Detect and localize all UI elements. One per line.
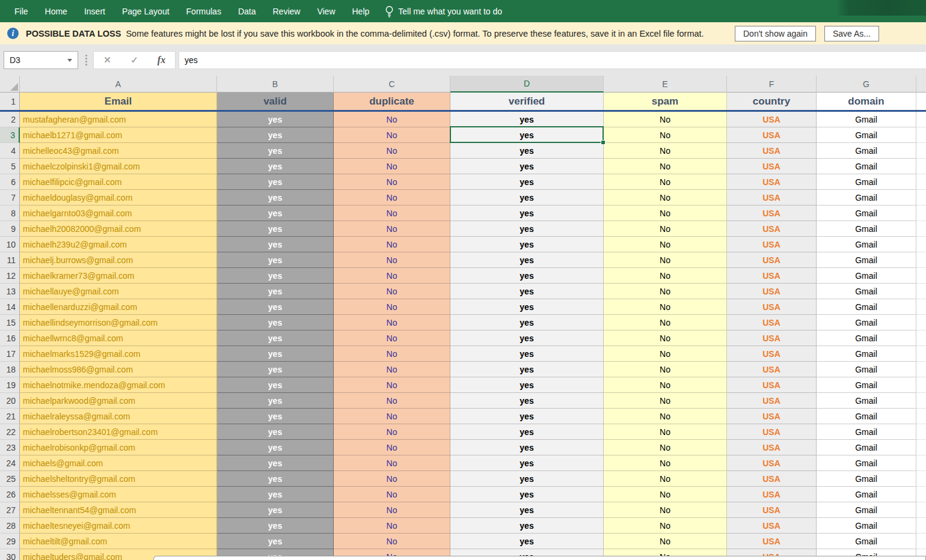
cell-domain[interactable]: Gmail [817, 315, 916, 330]
enter-icon[interactable]: ✓ [121, 55, 148, 65]
row-number[interactable]: 15 [0, 315, 20, 330]
row-number[interactable]: 28 [0, 518, 20, 534]
cell-email[interactable]: michaellauye@gmail.com [20, 284, 217, 299]
cell-country[interactable]: USA [727, 487, 817, 502]
cell-country[interactable]: USA [727, 393, 817, 409]
cell-valid[interactable]: yes [217, 237, 334, 252]
cell-domain[interactable]: Gmail [817, 471, 916, 487]
cell-domain[interactable]: Gmail [817, 534, 916, 549]
cell-email[interactable]: michaelsheltontry@gmail.com [20, 471, 217, 487]
name-box[interactable]: D3 [4, 51, 78, 69]
cell-valid[interactable]: yes [217, 346, 334, 362]
cell-duplicate[interactable]: No [334, 205, 450, 221]
cell-country[interactable]: USA [727, 284, 817, 299]
tell-me-box[interactable]: Tell me what you want to do [378, 0, 509, 22]
row-number[interactable]: 16 [0, 330, 20, 346]
row-number[interactable]: 7 [0, 190, 20, 205]
cell-email[interactable]: michaelh20082000@gmail.com [20, 221, 217, 237]
cell-valid[interactable]: yes [217, 190, 334, 205]
column-letter-d[interactable]: D [450, 76, 604, 93]
cell-spam[interactable]: No [604, 190, 727, 205]
name-box-dropdown-icon[interactable] [67, 59, 72, 62]
cell-country[interactable]: USA [727, 362, 817, 377]
cell-duplicate[interactable]: No [334, 174, 450, 190]
cell-spam[interactable]: No [604, 112, 727, 127]
cell-verified[interactable]: yes [450, 190, 604, 205]
cell-email[interactable]: michaelparkwood@gmail.com [20, 393, 217, 409]
cell-valid[interactable]: yes [217, 221, 334, 237]
cell-verified[interactable]: yes [450, 534, 604, 549]
cell-verified-selected[interactable]: yes [450, 127, 604, 143]
cell-domain[interactable]: Gmail [817, 299, 916, 315]
cell-country[interactable]: USA [727, 330, 817, 346]
row-number[interactable]: 21 [0, 409, 20, 424]
cell-valid[interactable]: yes [217, 205, 334, 221]
cell-valid[interactable]: yes [217, 424, 334, 440]
cell-duplicate[interactable]: No [334, 299, 450, 315]
menu-item-insert[interactable]: Insert [76, 0, 114, 22]
cell-domain[interactable]: Gmail [817, 518, 916, 534]
cell-country[interactable]: USA [727, 534, 817, 549]
cell-valid[interactable]: yes [217, 252, 334, 268]
cell-valid[interactable]: yes [217, 174, 334, 190]
row-number[interactable]: 6 [0, 174, 20, 190]
cell-valid[interactable]: yes [217, 409, 334, 424]
menu-item-help[interactable]: Help [344, 0, 378, 22]
cell-duplicate[interactable]: No [334, 455, 450, 471]
cell-spam[interactable]: No [604, 377, 727, 393]
row-number[interactable]: 19 [0, 377, 20, 393]
cell-duplicate[interactable]: No [334, 424, 450, 440]
formula-input[interactable]: yes [179, 51, 926, 69]
column-letter-e[interactable]: E [604, 76, 727, 93]
cell-valid[interactable]: yes [217, 143, 334, 159]
cell-country[interactable]: USA [727, 190, 817, 205]
cell-spam[interactable]: No [604, 252, 727, 268]
cell-verified[interactable]: yes [450, 284, 604, 299]
cell-spam[interactable]: No [604, 221, 727, 237]
cell-duplicate[interactable]: No [334, 377, 450, 393]
cell-verified[interactable]: yes [450, 174, 604, 190]
menu-item-data[interactable]: Data [230, 0, 265, 22]
row-number[interactable]: 5 [0, 159, 20, 174]
cell-domain[interactable]: Gmail [817, 237, 916, 252]
row-number[interactable]: 12 [0, 268, 20, 284]
cell-domain[interactable]: Gmail [817, 362, 916, 377]
cell-verified[interactable]: yes [450, 252, 604, 268]
cell-spam[interactable]: No [604, 159, 727, 174]
column-letter-f[interactable]: F [727, 76, 817, 93]
cell-verified[interactable]: yes [450, 487, 604, 502]
cell-country[interactable]: USA [727, 440, 817, 455]
cell-verified[interactable]: yes [450, 455, 604, 471]
row-number[interactable]: 3 [0, 127, 20, 143]
cell-spam[interactable]: No [604, 299, 727, 315]
cell-valid[interactable]: yes [217, 471, 334, 487]
cell-country[interactable]: USA [727, 174, 817, 190]
cell-spam[interactable]: No [604, 268, 727, 284]
row-number[interactable]: 14 [0, 299, 20, 315]
cell-duplicate[interactable]: No [334, 252, 450, 268]
cell-valid[interactable]: yes [217, 159, 334, 174]
header-cell-country[interactable]: country [727, 93, 817, 110]
cell-country[interactable]: USA [727, 424, 817, 440]
cell-valid[interactable]: yes [217, 455, 334, 471]
cell-verified[interactable]: yes [450, 362, 604, 377]
cell-email[interactable]: michaellwrnc8@gmail.com [20, 330, 217, 346]
cell-country[interactable]: USA [727, 502, 817, 518]
cell-email[interactable]: mustafagheran@gmail.com [20, 112, 217, 127]
row-number[interactable]: 1 [0, 93, 20, 110]
dont-show-again-button[interactable]: Don't show again [735, 26, 816, 41]
cell-email[interactable]: michaelh239u2@gmail.com [20, 237, 217, 252]
header-cell-spam[interactable]: spam [604, 93, 727, 110]
cell-country[interactable]: USA [727, 518, 817, 534]
header-cell-email[interactable]: Email [20, 93, 217, 110]
cell-domain[interactable]: Gmail [817, 143, 916, 159]
cell-verified[interactable]: yes [450, 502, 604, 518]
cell-country[interactable]: USA [727, 205, 817, 221]
cell-domain[interactable]: Gmail [817, 377, 916, 393]
cell-country[interactable]: USA [727, 159, 817, 174]
cell-country[interactable]: USA [727, 299, 817, 315]
cell-spam[interactable]: No [604, 502, 727, 518]
cell-verified[interactable]: yes [450, 409, 604, 424]
cell-valid[interactable]: yes [217, 284, 334, 299]
row-number[interactable]: 2 [0, 112, 20, 127]
